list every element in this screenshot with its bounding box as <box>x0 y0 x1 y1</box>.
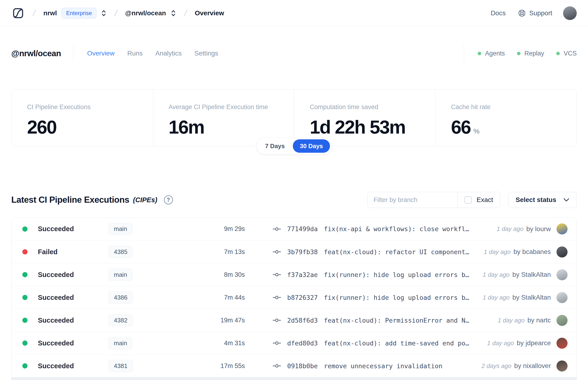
exact-toggle[interactable]: Exact <box>457 192 500 208</box>
author: by jdpearce <box>517 339 551 347</box>
stat-cache-hit-rate: Cache hit rate 66% <box>435 89 577 146</box>
breadcrumb-org[interactable]: nrwl <box>43 9 57 17</box>
commit-message: feat(nx-cloud): add time-saved end po… <box>324 340 469 347</box>
author-avatar <box>556 292 568 303</box>
branch-badge: 4385 <box>108 246 133 258</box>
range-7-days-button[interactable]: 7 Days <box>258 139 292 153</box>
author-avatar <box>556 361 568 372</box>
tab-runs[interactable]: Runs <box>127 50 143 57</box>
breadcrumb-separator: / <box>32 8 36 18</box>
green-dot-icon <box>517 52 520 55</box>
commit-message: fix(runner): hide log upload errors b… <box>324 294 469 301</box>
org-switcher-chevron-updown-icon[interactable] <box>101 9 107 17</box>
commit-message: fix(nx-api & workflows): close workfl… <box>324 225 469 232</box>
time-ago: 1 day ago <box>484 248 511 256</box>
status-label: Failed <box>38 248 108 256</box>
author: by nixallover <box>514 362 551 370</box>
duration: 7m 44s <box>167 294 245 301</box>
cipes-table: Succeeded main 9m 29s 771499dafix(nx-api… <box>11 217 577 380</box>
enterprise-badge: Enterprise <box>62 8 96 19</box>
top-bar: / nrwl Enterprise / @nrwl/ocean / Overvi… <box>0 0 588 26</box>
indicator-replay[interactable]: Replay <box>517 50 544 57</box>
status-dot-icon <box>22 295 28 300</box>
duration: 19m 47s <box>167 317 245 324</box>
commit-hash: f37a32ae <box>287 271 318 278</box>
duration: 17m 55s <box>167 362 245 370</box>
author: by StalkAltan <box>512 294 551 301</box>
support-label: Support <box>529 9 552 17</box>
table-row[interactable]: Succeeded main 4m 31s dfed80d3feat(nx-cl… <box>12 332 576 354</box>
workspace-header: @nrwl/ocean Overview Runs Analytics Sett… <box>0 39 588 67</box>
stat-ci-pipeline-executions: CI Pipeline Executions 260 <box>12 89 153 146</box>
commit-hash: 771499da <box>287 225 318 232</box>
cipes-section-header: Latest CI Pipeline Executions (CIPEs) ? … <box>11 192 577 208</box>
status-dot-icon <box>22 227 28 232</box>
status-dot-icon <box>22 318 28 323</box>
branch-badge: main <box>108 223 133 235</box>
duration: 8m 30s <box>167 271 245 278</box>
table-row[interactable]: Failed 4385 7m 13s 3b79fb38feat(nx-cloud… <box>12 240 576 263</box>
commit-icon <box>273 272 281 278</box>
commit-icon <box>273 318 281 323</box>
table-row[interactable]: Succeeded 4381 17m 55s 0918b0beremove un… <box>12 354 576 377</box>
status-label: Succeeded <box>38 271 108 279</box>
status-label: Succeeded <box>38 294 108 302</box>
duration: 9m 29s <box>167 225 245 232</box>
range-30-days-button[interactable]: 30 Days <box>293 139 330 153</box>
status-label: Succeeded <box>38 317 108 324</box>
select-status-dropdown[interactable]: Select status <box>508 192 577 208</box>
status-dot-icon <box>22 341 28 346</box>
cipes-title: Latest CI Pipeline Executions <box>11 195 129 205</box>
branch-badge: main <box>108 337 133 349</box>
commit-hash: 3b79fb38 <box>287 248 318 256</box>
percent-suffix: % <box>473 127 480 135</box>
tab-analytics[interactable]: Analytics <box>155 50 182 57</box>
status-indicators: Agents Replay VCS <box>478 50 577 57</box>
breadcrumb-workspace[interactable]: @nrwl/ocean <box>125 9 166 17</box>
indicator-agents[interactable]: Agents <box>478 50 505 57</box>
commit-icon <box>273 226 281 232</box>
branch-badge: main <box>108 268 133 281</box>
divider <box>464 45 464 62</box>
breadcrumb-separator: / <box>114 8 118 18</box>
author-avatar <box>556 338 568 349</box>
time-ago: 1 day ago <box>487 340 514 347</box>
commit-message: feat(nx-cloud): refactor UI component… <box>324 248 469 256</box>
tab-overview[interactable]: Overview <box>87 50 114 57</box>
author: by bcabanes <box>513 248 551 256</box>
status-dot-icon <box>22 249 28 254</box>
tab-settings[interactable]: Settings <box>194 50 218 57</box>
exact-checkbox[interactable] <box>465 196 472 204</box>
cipes-title-suffix: (CIPEs) <box>133 196 157 204</box>
author-avatar <box>556 269 568 280</box>
nx-cloud-logo-icon[interactable] <box>11 6 25 20</box>
status-label: Succeeded <box>38 225 108 233</box>
branch-badge: 4382 <box>108 314 133 327</box>
author-avatar <box>556 247 568 258</box>
table-row[interactable]: Succeeded 4382 19m 47s 2d58f6d3feat(nx-c… <box>12 309 576 332</box>
commit-hash: dfed80d3 <box>287 340 318 347</box>
branch-badge: 4386 <box>108 291 133 304</box>
status-dot-icon <box>22 363 28 368</box>
commit-icon <box>273 249 281 255</box>
table-row[interactable]: Succeeded main 8m 30s f37a32aefix(runner… <box>12 263 576 286</box>
workspace-switcher-chevron-updown-icon[interactable] <box>170 9 176 17</box>
commit-icon <box>273 363 281 369</box>
support-link[interactable]: Support <box>518 9 552 17</box>
divider <box>73 45 73 62</box>
time-ago: 1 day ago <box>497 225 524 232</box>
status-label: Succeeded <box>38 362 108 370</box>
docs-link[interactable]: Docs <box>491 9 506 17</box>
branch-filter-input[interactable] <box>367 192 457 208</box>
table-row[interactable]: Succeeded 4386 7m 44s b8726327fix(runner… <box>12 286 576 309</box>
help-icon[interactable]: ? <box>164 195 173 204</box>
user-avatar[interactable] <box>563 6 577 20</box>
author: by nartc <box>527 317 551 324</box>
status-dot-icon <box>22 272 28 277</box>
date-range-toggle: 7 Days 30 Days <box>256 137 332 155</box>
table-row[interactable]: Succeeded main 9m 29s 771499dafix(nx-api… <box>12 217 576 240</box>
duration: 7m 13s <box>167 248 245 256</box>
time-ago: 1 day ago <box>483 294 510 301</box>
indicator-vcs[interactable]: VCS <box>556 50 577 57</box>
chevron-down-icon <box>563 198 569 202</box>
